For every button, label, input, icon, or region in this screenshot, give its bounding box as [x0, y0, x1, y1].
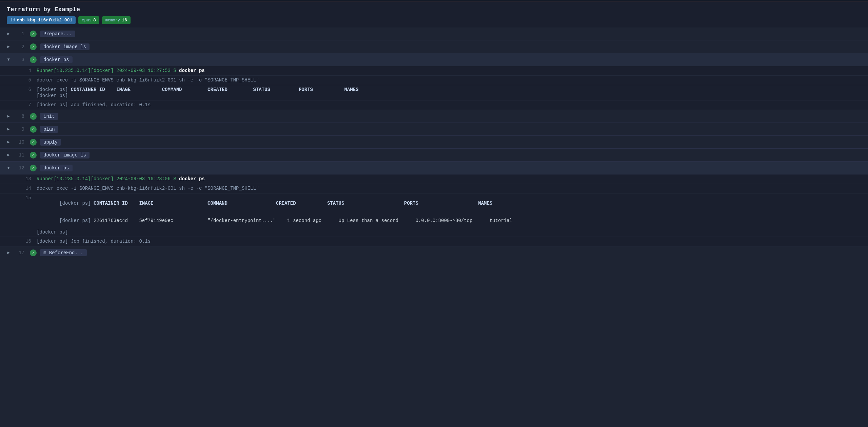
line-num-1: 1: [14, 31, 24, 37]
log-text-6b: [docker ps]: [37, 93, 68, 98]
chevron-right-icon-10: ▶: [5, 139, 12, 145]
badge-id-value: cnb-kbg-1i6rfuik2-001: [17, 18, 72, 23]
line-num-11: 11: [14, 152, 24, 158]
line-num-10: 10: [14, 140, 24, 145]
badge-memory-label: memory: [105, 18, 120, 23]
line-num-12: 12: [14, 165, 24, 171]
chevron-down-icon-3: ▼: [5, 57, 12, 63]
log-text-4: Runner[10.235.0.14][docker] 2024-09-03 1…: [37, 68, 205, 74]
log-text-16: [docker ps] Job finished, duration: 0.1s: [37, 239, 151, 244]
job-label-1: Prepare...: [40, 31, 75, 37]
log-text-15-header: [docker ps] CONTAINER ID IMAGE COMMAND C…: [37, 195, 492, 211]
log-row-16: 16 [docker ps] Job finished, duration: 0…: [0, 237, 868, 246]
status-icon-11: ✓: [30, 152, 37, 159]
job-row-17[interactable]: ▶ 17 ✓ ⊞ BeforeEnd...: [0, 246, 868, 259]
log-text-15-data: [docker ps] 22611763ec4d 5ef79149e0ec "/…: [37, 212, 512, 229]
job-label-10: apply: [40, 139, 61, 146]
job-label-11: docker image ls: [40, 152, 90, 159]
job-label-17: ⊞ BeforeEnd...: [40, 249, 87, 256]
chevron-right-icon-17: ▶: [5, 250, 12, 256]
chevron-right-icon-11: ▶: [5, 152, 12, 158]
status-icon-12: ✓: [30, 165, 37, 171]
job-row-11[interactable]: ▶ 11 ✓ docker image ls: [0, 149, 868, 162]
log-text-13: Runner[10.235.0.14][docker] 2024-09-03 1…: [37, 176, 205, 182]
log-num-16: 16: [19, 239, 31, 244]
log-num-14: 14: [19, 186, 31, 191]
job-row-12[interactable]: ▼ 12 ✓ docker ps: [0, 162, 868, 174]
badge-id-label: id: [10, 18, 15, 23]
status-icon-9: ✓: [30, 126, 37, 133]
line-num-8: 8: [14, 114, 24, 119]
log-num-15: 15: [19, 195, 31, 211]
job-row-9[interactable]: ▶ 9 ✓ plan: [0, 123, 868, 136]
job-row-2[interactable]: ▶ 2 ✓ docker image ls: [0, 40, 868, 53]
job-row-10[interactable]: ▶ 10 ✓ apply: [0, 136, 868, 149]
job-label-12: docker ps: [40, 165, 73, 171]
badge-memory-value: 16: [122, 18, 127, 23]
badge-cpus-value: 8: [93, 18, 96, 23]
status-icon-10: ✓: [30, 139, 37, 146]
badge-memory: memory 16: [102, 16, 131, 24]
status-icon-8: ✓: [30, 113, 37, 120]
badge-cpus-label: cpus: [82, 18, 92, 23]
line-num-9: 9: [14, 127, 24, 132]
log-text-15-empty: [docker ps]: [37, 229, 68, 235]
line-num-3: 3: [14, 57, 24, 62]
log-num-6: 6: [19, 87, 31, 92]
status-icon-grid-17: ✓: [30, 249, 37, 256]
log-num-4: 4: [19, 68, 31, 74]
page-title: Terraform by Example: [7, 6, 861, 13]
badge-id: id cnb-kbg-1i6rfuik2-001: [7, 16, 76, 24]
log-row-15: 15 [docker ps] CONTAINER ID IMAGE COMMAN…: [0, 193, 868, 237]
header-badges: id cnb-kbg-1i6rfuik2-001 cpus 8 memory 1…: [7, 16, 861, 24]
log-num-7: 7: [19, 102, 31, 108]
log-row-13: 13 Runner[10.235.0.14][docker] 2024-09-0…: [0, 174, 868, 184]
job-label-8: init: [40, 113, 58, 120]
chevron-right-icon-2: ▶: [5, 44, 12, 50]
chevron-right-icon-1: ▶: [5, 31, 12, 37]
log-num-13: 13: [19, 176, 31, 182]
status-icon-1: ✓: [30, 31, 37, 37]
job-label-9: plan: [40, 126, 58, 133]
log-row-4: 4 Runner[10.235.0.14][docker] 2024-09-03…: [0, 66, 868, 76]
log-text-7: [docker ps] Job finished, duration: 0.1s: [37, 102, 151, 108]
job-row-1[interactable]: ▶ 1 ✓ Prepare...: [0, 27, 868, 40]
log-row-6: 6 [docker ps] CONTAINER ID IMAGE COMMAND…: [0, 85, 868, 100]
log-text-14: docker exec -i $ORANGE_ENVS cnb-kbg-1i6r…: [37, 186, 259, 191]
chevron-right-icon-9: ▶: [5, 126, 12, 132]
job-row-3[interactable]: ▼ 3 ✓ docker ps: [0, 53, 868, 66]
line-num-17: 17: [14, 250, 24, 256]
line-num-2: 2: [14, 44, 24, 50]
job-label-2: docker image ls: [40, 43, 90, 50]
chevron-down-icon-12: ▼: [5, 165, 12, 171]
log-num-5: 5: [19, 77, 31, 83]
log-row-7: 7 [docker ps] Job finished, duration: 0.…: [0, 100, 868, 110]
log-row-5: 5 docker exec -i $ORANGE_ENVS cnb-kbg-1i…: [0, 76, 868, 85]
chevron-right-icon-8: ▶: [5, 113, 12, 119]
status-icon-2: ✓: [30, 43, 37, 50]
header: Terraform by Example id cnb-kbg-1i6rfuik…: [0, 1, 868, 27]
job-label-3: docker ps: [40, 56, 73, 63]
job-row-8[interactable]: ▶ 8 ✓ init: [0, 110, 868, 123]
log-row-14: 14 docker exec -i $ORANGE_ENVS cnb-kbg-1…: [0, 184, 868, 193]
content: ▶ 1 ✓ Prepare... ▶ 2 ✓ docker image ls ▼…: [0, 27, 868, 259]
log-text-5: docker exec -i $ORANGE_ENVS cnb-kbg-1i6r…: [37, 77, 259, 83]
badge-cpus: cpus 8: [78, 16, 99, 24]
status-icon-3: ✓: [30, 56, 37, 63]
log-text-6: [docker ps] CONTAINER ID IMAGE COMMAND C…: [37, 87, 358, 92]
